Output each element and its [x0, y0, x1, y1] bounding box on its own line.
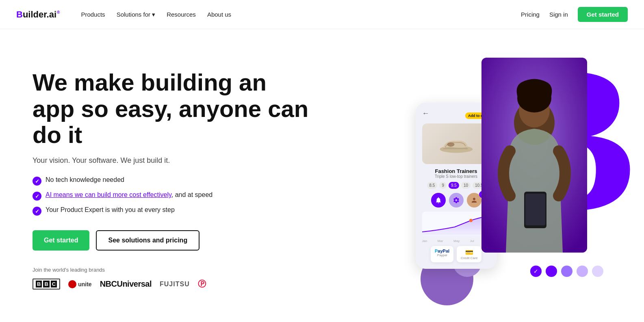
hero-subtext: Your vision. Your software. We just buil…: [33, 156, 309, 165]
brand-fujitsu: FUJITSU: [160, 281, 190, 288]
hero-visual-right: B ← Add to cart + Fashion T: [309, 58, 611, 301]
nav-pricing[interactable]: Pricing: [521, 11, 540, 18]
nav-products[interactable]: Products: [76, 8, 110, 21]
brands-row: BBC unite NBCUniversal FUJITSU Ⓟ: [33, 279, 309, 290]
brand-nbc: NBCUniversal: [100, 279, 152, 289]
product-subtitle: Triple S low-top trainers: [422, 174, 490, 179]
brand-unite: unite: [68, 280, 91, 288]
gear-avatar: [449, 193, 464, 207]
payment-options: PayPal Paypal 💳 Credit Card: [422, 246, 490, 262]
nav-resources[interactable]: Resources: [162, 8, 201, 21]
hero-heading: We make building an app so easy, anyone …: [33, 69, 309, 149]
logo-text: uilder.ai: [23, 9, 56, 19]
brand-bbc: BBC: [33, 279, 60, 290]
nav-signin[interactable]: Sign in: [549, 11, 568, 18]
check-icon-2: [33, 192, 41, 201]
logo-dot: ®: [57, 10, 60, 15]
svg-point-2: [469, 219, 473, 222]
size-9-5[interactable]: 9.5: [449, 182, 459, 189]
nav-links: Products Solutions for ▾ Resources About…: [76, 8, 521, 22]
phone-back-arrow[interactable]: ←: [422, 109, 429, 118]
chart-area: [422, 212, 490, 236]
nav-about[interactable]: About us: [202, 8, 236, 21]
unite-logo-circle: [68, 280, 76, 288]
check-icon-1: [33, 177, 41, 186]
dot-check: ✓: [530, 266, 542, 277]
navbar: Builder.ai® Products Solutions for ▾ Res…: [0, 0, 644, 29]
nav-right: Pricing Sign in Get started: [521, 7, 628, 22]
get-started-button[interactable]: Get started: [33, 230, 89, 251]
product-name: Fashion Trainers: [422, 168, 490, 174]
dots-row: ✓: [530, 266, 603, 277]
size-10[interactable]: 10: [461, 182, 471, 189]
feature-1: No tech knowledge needed: [33, 176, 309, 186]
paypal-option[interactable]: PayPal Paypal: [431, 246, 453, 262]
check-icon-3: [33, 207, 41, 216]
dot-1: [546, 266, 557, 277]
size-selector: 8.5 9 9.5 10 10.5: [422, 182, 490, 189]
credit-card-option[interactable]: 💳 Credit Card: [457, 246, 481, 262]
nav-logo[interactable]: Builder.ai®: [16, 9, 60, 20]
feature-3: Your Product Expert is with you at every…: [33, 206, 309, 216]
bell-avatar: [431, 193, 446, 207]
shoe-svg: [438, 132, 475, 156]
line-chart: [422, 212, 490, 236]
size-9[interactable]: 9: [439, 182, 447, 189]
shoe-image: [422, 123, 490, 164]
dot-4: [592, 266, 603, 277]
feature-2: AI means we can build more cost effectiv…: [33, 191, 309, 201]
dot-2: [561, 266, 572, 277]
hero-person-photo: [481, 58, 587, 253]
svg-rect-9: [525, 194, 545, 225]
dot-3: [577, 266, 588, 277]
logo-b: B: [16, 9, 23, 19]
nav-solutions[interactable]: Solutions for ▾: [112, 8, 160, 22]
size-8-5[interactable]: 8.5: [427, 182, 438, 189]
hero-section: We make building an app so easy, anyone …: [0, 29, 644, 322]
nav-get-started-button[interactable]: Get started: [578, 7, 628, 22]
hero-buttons: Get started See solutions and pricing: [33, 230, 309, 251]
ai-link[interactable]: AI means we can build more cost effectiv…: [46, 191, 171, 198]
hero-features: No tech knowledge needed AI means we can…: [33, 176, 309, 216]
see-solutions-button[interactable]: See solutions and pricing: [96, 230, 199, 251]
hero-content-left: We make building an app so easy, anyone …: [33, 69, 309, 290]
person-silhouette: [481, 58, 587, 253]
brand-pepsi: Ⓟ: [198, 279, 206, 290]
brands-label: Join the world's leading brands: [33, 267, 309, 273]
svg-point-1: [447, 142, 454, 147]
